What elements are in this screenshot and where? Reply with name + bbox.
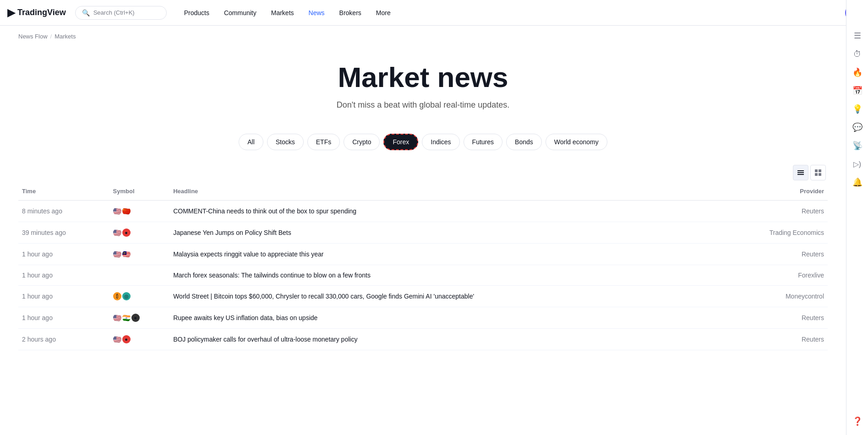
logo-text: TradingView [17, 8, 66, 17]
svg-rect-1 [797, 172, 804, 173]
news-headline[interactable]: Japanese Yen Jumps on Policy Shift Bets [169, 222, 717, 244]
filter-tab-world-economy[interactable]: World economy [546, 134, 607, 150]
signal-icon[interactable]: 📡 [849, 137, 866, 154]
news-time: 1 hour ago [18, 307, 109, 329]
breadcrumb-parent[interactable]: News Flow [18, 33, 48, 40]
news-time: 1 hour ago [18, 244, 109, 265]
filter-tab-bonds[interactable]: Bonds [506, 134, 542, 150]
news-time: 39 minutes ago [18, 222, 109, 244]
filter-tab-stocks[interactable]: Stocks [267, 134, 304, 150]
nav-items: Products Community Markets News Brokers … [178, 6, 841, 19]
calendar-icon[interactable]: 📅 [849, 82, 866, 99]
table-row[interactable]: 1 hour ago🇺🇸🇲🇾Malaysia expects ringgit v… [18, 244, 828, 265]
news-provider: Reuters [717, 244, 828, 265]
filter-tabs: All Stocks ETFs Crypto Forex Indices Fut… [18, 125, 828, 165]
table-row[interactable]: 39 minutes ago🇺🇸●Japanese Yen Jumps on P… [18, 222, 828, 244]
filter-tab-indices[interactable]: Indices [422, 134, 459, 150]
svg-rect-6 [819, 173, 821, 176]
news-symbol: 🇺🇸● [109, 222, 170, 244]
notifications-icon[interactable]: 🔔 [849, 174, 866, 190]
col-headline: Headline [169, 184, 717, 201]
news-time: 8 minutes ago [18, 201, 109, 222]
grid-view-toggle[interactable] [810, 165, 826, 180]
svg-rect-0 [797, 170, 804, 171]
search-placeholder: Search (Ctrl+K) [93, 9, 135, 16]
col-time: Time [18, 184, 109, 201]
news-headline[interactable]: Malaysia expects ringgit value to apprec… [169, 244, 717, 265]
news-symbol: ₿◎ [109, 286, 170, 307]
nav-products[interactable]: Products [178, 6, 216, 19]
svg-rect-5 [815, 173, 818, 176]
news-symbol: 🇺🇸🇮🇳● [109, 307, 170, 329]
nav-news[interactable]: News [302, 6, 331, 19]
news-headline[interactable]: BOJ policymaker calls for overhaul of ul… [169, 329, 717, 350]
nav-markets[interactable]: Markets [265, 6, 300, 19]
breadcrumb-current: Markets [55, 33, 76, 40]
news-provider: Trading Economics [717, 222, 828, 244]
list-view-icon[interactable]: ☰ [849, 27, 866, 44]
nav-brokers[interactable]: Brokers [333, 6, 368, 19]
col-symbol: Symbol [109, 184, 170, 201]
news-time: 1 hour ago [18, 286, 109, 307]
table-row[interactable]: 8 minutes ago🇺🇸🇨🇳COMMENT-China needs to … [18, 201, 828, 222]
ideas-icon[interactable]: 💡 [849, 101, 866, 117]
news-provider: Reuters [717, 201, 828, 222]
news-time: 1 hour ago [18, 265, 109, 286]
list-view-toggle[interactable] [793, 165, 808, 180]
nav-more[interactable]: More [370, 6, 397, 19]
news-table-body: 8 minutes ago🇺🇸🇨🇳COMMENT-China needs to … [18, 201, 828, 350]
news-provider: Forexlive [717, 265, 828, 286]
table-row[interactable]: 1 hour ago₿◎World Street | Bitcoin tops … [18, 286, 828, 307]
chat-icon[interactable]: 💬 [849, 119, 866, 136]
news-time: 2 hours ago [18, 329, 109, 350]
top-navigation: ▶ TradingView 🔍 Search (Ctrl+K) Products… [0, 0, 868, 26]
table-row[interactable]: 2 hours ago🇺🇸●BOJ policymaker calls for … [18, 329, 828, 350]
news-headline[interactable]: March forex seasonals: The tailwinds con… [169, 265, 717, 286]
right-sidebar: ☰ ⏱ 🔥 📅 💡 💬 📡 ▷) 🔔 ❓ [846, 0, 868, 350]
search-bar[interactable]: 🔍 Search (Ctrl+K) [75, 6, 167, 20]
svg-rect-4 [819, 169, 821, 172]
svg-rect-3 [815, 169, 818, 172]
news-headline[interactable]: COMMENT-China needs to think out of the … [169, 201, 717, 222]
search-icon: 🔍 [82, 9, 90, 16]
table-row[interactable]: 1 hour agoMarch forex seasonals: The tai… [18, 265, 828, 286]
breadcrumb-separator: / [50, 33, 52, 40]
table-row[interactable]: 1 hour ago🇺🇸🇮🇳●Rupee awaits key US infla… [18, 307, 828, 329]
news-provider: Reuters [717, 307, 828, 329]
news-symbol: 🇺🇸🇨🇳 [109, 201, 170, 222]
svg-rect-2 [797, 174, 804, 175]
view-toggle [18, 165, 828, 184]
clock-icon[interactable]: ⏱ [849, 46, 866, 62]
news-symbol [109, 265, 170, 286]
hero-title: Market news [18, 62, 828, 93]
news-symbol: 🇺🇸● [109, 329, 170, 350]
news-provider: Reuters [717, 329, 828, 350]
news-provider: Moneycontrol [717, 286, 828, 307]
news-symbol: 🇺🇸🇲🇾 [109, 244, 170, 265]
logo-icon: ▶ [7, 7, 15, 19]
replay-icon[interactable]: ▷) [849, 156, 866, 172]
news-headline[interactable]: Rupee awaits key US inflation data, bias… [169, 307, 717, 329]
filter-tab-all[interactable]: All [239, 134, 263, 150]
hero-section: Market news Don't miss a beat with globa… [18, 40, 828, 125]
col-provider: Provider [717, 184, 828, 201]
filter-tab-forex[interactable]: Forex [383, 134, 418, 150]
filter-tab-etfs[interactable]: ETFs [307, 134, 340, 150]
filter-tab-crypto[interactable]: Crypto [344, 134, 380, 150]
main-content: News Flow / Markets Market news Don't mi… [0, 26, 846, 350]
trending-icon[interactable]: 🔥 [849, 64, 866, 81]
breadcrumb: News Flow / Markets [18, 26, 828, 40]
news-table-header: Time Symbol Headline Provider [18, 184, 828, 201]
filter-tab-futures[interactable]: Futures [464, 134, 502, 150]
logo[interactable]: ▶ TradingView [7, 7, 66, 19]
hero-subtitle: Don't miss a beat with global real-time … [18, 100, 828, 110]
nav-community[interactable]: Community [218, 6, 263, 19]
news-headline[interactable]: World Street | Bitcoin tops $60,000, Chr… [169, 286, 717, 307]
news-table: Time Symbol Headline Provider 8 minutes … [18, 184, 828, 350]
